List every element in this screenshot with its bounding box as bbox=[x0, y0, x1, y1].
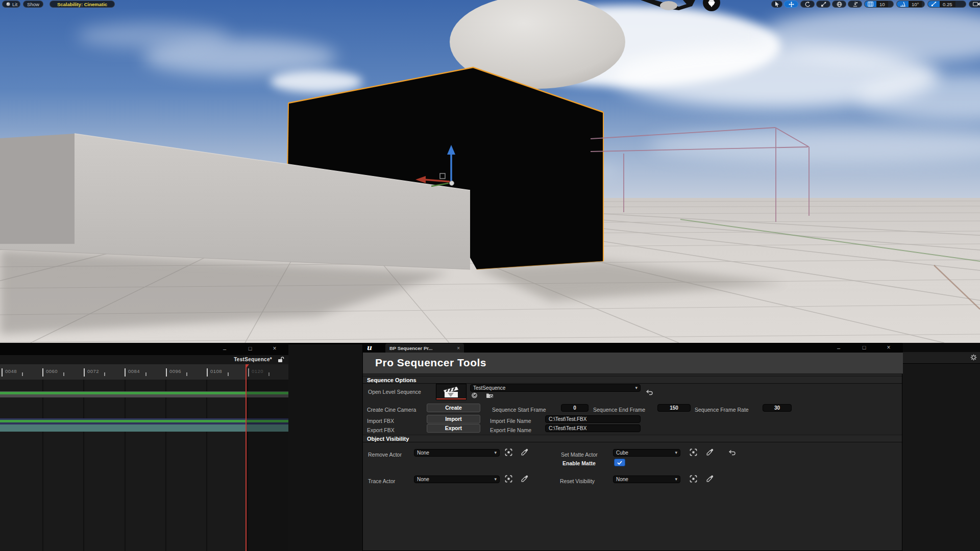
sequence-asset-thumbnail[interactable] bbox=[436, 384, 467, 400]
eyedropper-icon[interactable] bbox=[706, 475, 714, 482]
sequence-name[interactable]: TestSequence* bbox=[234, 357, 272, 362]
world-local-toggle-button[interactable] bbox=[832, 1, 846, 8]
rotation-snap-control[interactable]: 10° bbox=[896, 1, 925, 8]
remove-actor-dropdown[interactable]: None ▾ bbox=[414, 449, 500, 457]
tools-close-button[interactable]: × bbox=[885, 345, 892, 350]
globe-icon bbox=[837, 2, 842, 7]
grid-snap-icon[interactable] bbox=[865, 1, 876, 7]
pick-actor-icon[interactable] bbox=[505, 475, 512, 483]
import-file-input[interactable]: C:\Test\Test.FBX bbox=[545, 415, 641, 423]
grid-snap-control[interactable]: 10 bbox=[864, 1, 894, 8]
viewport-3d[interactable]: Lit Show Scalability: Cinematic bbox=[0, 0, 980, 343]
playhead[interactable] bbox=[246, 364, 247, 551]
tools-maximize-button[interactable]: □ bbox=[861, 345, 868, 350]
set-matte-actor-dropdown[interactable]: Cube ▾ bbox=[613, 449, 680, 457]
ruler-frame-label: 0096 bbox=[166, 368, 181, 377]
reset-to-default-icon[interactable] bbox=[728, 449, 736, 456]
sequencer-titlebar[interactable]: – □ × bbox=[0, 343, 288, 355]
chevron-down-icon: ▾ bbox=[635, 386, 638, 390]
eyedropper-icon[interactable] bbox=[521, 475, 528, 482]
chevron-down-icon: ▾ bbox=[494, 450, 497, 455]
grid-snap-value[interactable]: 10 bbox=[876, 1, 888, 7]
end-frame-label: Sequence End Frame bbox=[593, 407, 645, 413]
tools-titlebar[interactable]: u BP Sequencer Pr... × – □ × bbox=[363, 343, 903, 353]
end-frame-input[interactable]: 150 bbox=[657, 404, 691, 412]
right-panel-toolbar bbox=[902, 352, 980, 364]
right-panel-titlebar bbox=[902, 343, 980, 352]
create-button[interactable]: Create bbox=[427, 404, 480, 412]
unreal-logo-icon: u bbox=[366, 343, 372, 352]
unreal-editor-root: { "viewport": { "mode_label": "Lit", "sh… bbox=[0, 0, 980, 551]
export-file-input[interactable]: C:\Test\Test.FBX bbox=[545, 424, 641, 432]
viewport-3d-scene[interactable] bbox=[0, 0, 980, 343]
sequencer-minimize-button[interactable]: – bbox=[221, 346, 228, 352]
camera-speed-button[interactable] bbox=[969, 1, 980, 8]
tools-header-title: Pro Sequencer Tools bbox=[375, 357, 486, 369]
ruler-frame-label: 0060 bbox=[42, 368, 58, 377]
eyedropper-icon[interactable] bbox=[706, 448, 714, 456]
scale-tool-button[interactable] bbox=[816, 1, 830, 8]
trace-actor-dropdown[interactable]: None ▾ bbox=[414, 475, 500, 483]
right-panel-body bbox=[902, 364, 980, 551]
browse-asset-icon[interactable] bbox=[486, 392, 494, 398]
select-tool-button[interactable] bbox=[771, 1, 782, 8]
scale-icon bbox=[821, 2, 826, 7]
surface-snapping-button[interactable] bbox=[848, 1, 862, 8]
cursor-icon bbox=[775, 2, 779, 7]
sequencer-window: – □ × TestSequence* 0048 0060 0072 0084 … bbox=[0, 343, 288, 551]
trace-actor-label: Trace Actor bbox=[368, 478, 395, 484]
camera-icon bbox=[973, 2, 980, 7]
frame-rate-input[interactable]: 30 bbox=[763, 404, 792, 412]
viewmode-label: Lit bbox=[12, 1, 17, 8]
viewmode-button[interactable]: Lit bbox=[2, 1, 20, 8]
scale-snap-value[interactable]: 0.25 bbox=[940, 1, 955, 7]
ruler-frame-label: 0072 bbox=[84, 368, 99, 377]
reset-to-default-icon[interactable] bbox=[646, 389, 653, 395]
angle-snap-icon[interactable] bbox=[897, 1, 909, 7]
sequencer-header-bar: TestSequence* bbox=[0, 355, 288, 365]
pick-actor-icon[interactable] bbox=[690, 448, 697, 456]
enable-matte-checkbox[interactable] bbox=[614, 459, 625, 466]
move-tool-button[interactable] bbox=[784, 1, 798, 8]
editor-background-gap bbox=[288, 343, 362, 551]
scale-snap-icon[interactable] bbox=[928, 1, 940, 7]
tab-close-icon[interactable]: × bbox=[457, 345, 460, 351]
create-cine-camera-label: Create Cine Camera bbox=[367, 407, 416, 413]
use-selected-icon[interactable] bbox=[471, 392, 478, 398]
sequencer-close-button[interactable]: × bbox=[271, 346, 278, 351]
eyedropper-icon[interactable] bbox=[521, 448, 528, 456]
scalability-button[interactable]: Scalability: Cinematic bbox=[50, 1, 115, 8]
pro-sequencer-tools-window: u BP Sequencer Pr... × – □ × Pro Sequenc… bbox=[362, 343, 902, 551]
import-file-label: Import File Name bbox=[490, 418, 531, 424]
unlock-icon[interactable] bbox=[278, 357, 284, 363]
pick-actor-icon[interactable] bbox=[505, 448, 512, 456]
scale-snap-control[interactable]: 0.25 bbox=[927, 1, 966, 8]
reset-visibility-dropdown[interactable]: None ▾ bbox=[613, 475, 680, 483]
show-button[interactable]: Show bbox=[23, 1, 43, 8]
set-matte-actor-label: Set Matte Actor bbox=[561, 452, 598, 458]
section-sequence-options[interactable]: Sequence Options bbox=[363, 376, 902, 384]
tools-tab[interactable]: BP Sequencer Pr... × bbox=[385, 343, 464, 353]
export-file-label: Export File Name bbox=[490, 427, 531, 433]
level-sequence-dropdown[interactable]: TestSequence ▾ bbox=[470, 384, 641, 392]
gear-icon[interactable] bbox=[970, 354, 977, 361]
frame-rate-label: Sequence Frame Rate bbox=[695, 407, 749, 413]
section-object-visibility[interactable]: Object Visibility bbox=[363, 435, 902, 442]
chevron-down-icon: ▾ bbox=[494, 477, 497, 482]
rotate-icon bbox=[805, 2, 811, 7]
export-button[interactable]: Export bbox=[427, 424, 480, 433]
show-label: Show bbox=[27, 1, 39, 8]
lit-sphere-icon bbox=[6, 2, 10, 6]
pick-actor-icon[interactable] bbox=[690, 475, 697, 483]
import-button[interactable]: Import bbox=[427, 415, 480, 423]
tools-minimize-button[interactable]: – bbox=[835, 345, 842, 350]
playhead-marker[interactable] bbox=[246, 364, 249, 369]
rotate-tool-button[interactable] bbox=[800, 1, 815, 8]
tools-tab-title: BP Sequencer Pr... bbox=[389, 345, 455, 351]
tools-header-band: Pro Sequencer Tools bbox=[363, 353, 903, 374]
start-frame-label: Sequence Start Frame bbox=[492, 407, 546, 413]
start-frame-input[interactable]: 0 bbox=[561, 404, 589, 412]
sequencer-maximize-button[interactable]: □ bbox=[247, 346, 254, 351]
rotation-snap-value[interactable]: 10° bbox=[909, 1, 922, 7]
export-fbx-label: Export FBX bbox=[367, 427, 395, 433]
